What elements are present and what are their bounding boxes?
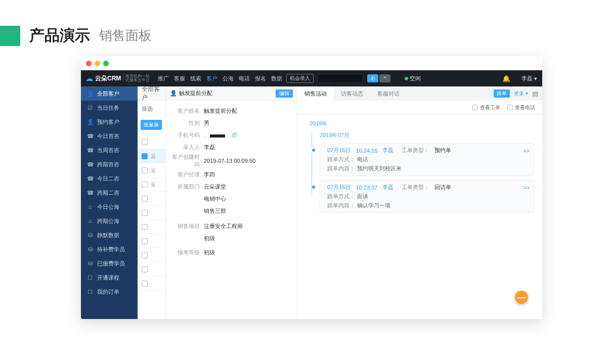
- sidebar-item-我的订单[interactable]: ☐我的订单: [81, 285, 138, 299]
- nav-数据[interactable]: 数据: [271, 75, 282, 82]
- row-checkbox[interactable]: [142, 196, 148, 202]
- nav-客服[interactable]: 客服: [174, 75, 185, 82]
- sidebar-item-静默数据[interactable]: ⛁静默数据: [81, 228, 138, 242]
- sidebar-item-跨期首咨[interactable]: ☎跨期首咨: [81, 157, 138, 171]
- sidebar-item-今日公海[interactable]: ⌂今日公海: [81, 200, 138, 214]
- sidebar-item-label: 开通课程: [97, 274, 119, 282]
- close-dot[interactable]: [86, 61, 92, 66]
- list-row[interactable]: [138, 248, 165, 262]
- row-checkbox[interactable]: [142, 167, 148, 173]
- list-row[interactable]: [138, 135, 165, 149]
- minimize-dot[interactable]: [95, 61, 100, 66]
- tl-method: 面谈: [357, 193, 368, 199]
- activity-tab-访客动态[interactable]: 访客动态: [334, 86, 370, 101]
- checkbox-icon: [472, 105, 478, 110]
- activity-tabs: 销售活动访客动态客服对话 跟单 更多 ▾ ▤: [297, 86, 542, 101]
- customer-list: 全部客户 筛选 批量操 云云云: [138, 86, 166, 319]
- nav-报名[interactable]: 报名: [255, 75, 266, 82]
- batch-button[interactable]: 批量操: [141, 120, 162, 130]
- sidebar-icon: ☎: [87, 147, 93, 154]
- row-checkbox[interactable]: [142, 238, 148, 244]
- agent-status[interactable]: 空闲: [405, 75, 421, 82]
- tl-type-label: 工单类型：: [402, 184, 429, 191]
- dial-icon[interactable]: ✆: [232, 131, 237, 139]
- detail-title: 触发提前分配: [179, 89, 212, 97]
- tl-expand[interactable]: >>: [523, 148, 530, 154]
- hangup-button[interactable]: ⌃: [379, 74, 390, 82]
- list-row[interactable]: [138, 234, 165, 248]
- nav-客户[interactable]: 客户: [206, 75, 217, 82]
- sidebar-item-跨期二咨[interactable]: ☎跨期二咨: [81, 186, 138, 200]
- sidebar-icon: ⌂: [87, 218, 93, 224]
- list-row[interactable]: [138, 262, 165, 277]
- panel-toggle-icon[interactable]: ▤: [532, 90, 538, 98]
- row-checkbox[interactable]: [142, 266, 148, 272]
- row-checkbox[interactable]: [142, 153, 148, 159]
- row-checkbox[interactable]: [142, 139, 148, 145]
- more-menu[interactable]: 更多 ▾: [514, 90, 528, 97]
- list-row[interactable]: [138, 206, 165, 220]
- maximize-dot[interactable]: [103, 61, 109, 66]
- opportunity-button[interactable]: 机会录入: [286, 74, 314, 83]
- tl-user: 李磊: [382, 184, 394, 191]
- user-menu[interactable]: 李磊 ▾: [521, 75, 537, 82]
- activity-panel: 销售活动访客动态客服对话 跟单 更多 ▾ ▤ 查看工单 查看电话 2019年: [297, 86, 542, 319]
- dial-button[interactable]: ✆: [367, 74, 378, 82]
- list-row[interactable]: [138, 277, 165, 291]
- page-subtitle: 销售面板: [99, 27, 152, 44]
- filter-ticket-checkbox[interactable]: 查看工单: [472, 104, 500, 111]
- tl-time: 10:24:16: [356, 148, 377, 154]
- timeline-year: 2019年: [310, 120, 534, 127]
- timeline-item[interactable]: 07月16日10:24:16李磊工单类型：预约单>>跟单方式：电话跟单内容：预约…: [320, 143, 534, 176]
- timeline-item[interactable]: 07月16日10:23:37李磊工单类型：回访单>>跟单方式：面谈跟单内容：确认…: [320, 180, 534, 213]
- sidebar-item-开通课程[interactable]: ☐开通课程: [81, 270, 138, 285]
- row-checkbox[interactable]: [142, 210, 148, 216]
- list-row[interactable]: 云: [138, 149, 165, 163]
- sidebar-item-今日二咨[interactable]: ☎今日二咨: [81, 171, 138, 186]
- edit-button[interactable]: 编辑: [276, 89, 293, 98]
- fab-button[interactable]: —: [515, 291, 528, 304]
- row-checkbox[interactable]: [142, 224, 148, 230]
- timeline-month: 2019年07月: [320, 131, 534, 139]
- value-dept: 云朵课堂: [204, 183, 226, 191]
- sidebar-item-全部客户[interactable]: 👤全部客户: [81, 86, 138, 101]
- list-row[interactable]: [138, 192, 165, 206]
- tl-type: 预约单: [434, 147, 451, 154]
- filter-call-checkbox[interactable]: 查看电话: [507, 104, 535, 111]
- nav-电话[interactable]: 电话: [239, 75, 250, 82]
- sidebar-item-当日任务[interactable]: ☑当日任务: [81, 101, 138, 115]
- phone-buttons: ✆ ⌃: [367, 74, 390, 82]
- sidebar-icon: 👤: [87, 90, 93, 97]
- nav-公海[interactable]: 公海: [223, 75, 234, 82]
- sidebar-item-label: 全部客户: [97, 90, 119, 98]
- value-project: 注册安全工程师: [204, 222, 243, 230]
- sidebar-item-已缴费学员[interactable]: ⛁已缴费学员: [81, 256, 138, 270]
- nav-推广[interactable]: 推广: [158, 75, 169, 82]
- sidebar-item-待补费学员[interactable]: ⛁待补费学员: [81, 242, 138, 256]
- sidebar-item-预约客户[interactable]: 👤预约客户: [81, 115, 138, 129]
- sidebar-item-当周首咨[interactable]: ☎当周首咨: [81, 143, 138, 157]
- row-checkbox[interactable]: [142, 281, 148, 287]
- search-input[interactable]: [318, 74, 363, 83]
- label-created: 客户创建时间: [171, 153, 204, 168]
- sidebar-icon: 👤: [87, 119, 93, 125]
- nav-线索[interactable]: 线索: [190, 75, 201, 82]
- row-checkbox[interactable]: [142, 252, 148, 258]
- bell-icon[interactable]: 🔔: [502, 75, 510, 82]
- list-row[interactable]: [138, 220, 165, 234]
- tl-expand[interactable]: >>: [523, 185, 530, 191]
- row-checkbox[interactable]: [142, 181, 148, 188]
- logo-mark: ☁: [86, 74, 93, 82]
- tl-date: 07月16日: [327, 147, 351, 154]
- sidebar-item-跨期公海[interactable]: ⌂跨期公海: [81, 214, 138, 228]
- activity-tab-销售活动[interactable]: 销售活动: [297, 86, 334, 101]
- list-row[interactable]: 云: [138, 163, 165, 177]
- activity-tab-客服对话[interactable]: 客服对话: [370, 86, 407, 101]
- follow-up-button[interactable]: 跟单: [494, 89, 510, 98]
- sidebar-item-今日首咨[interactable]: ☎今日首咨: [81, 129, 138, 143]
- sidebar-icon: ☎: [87, 190, 93, 196]
- checkbox-icon: [507, 105, 513, 110]
- list-row[interactable]: 云: [138, 177, 165, 192]
- status-text: 空闲: [410, 75, 421, 82]
- label-name: 客户姓名: [171, 107, 204, 115]
